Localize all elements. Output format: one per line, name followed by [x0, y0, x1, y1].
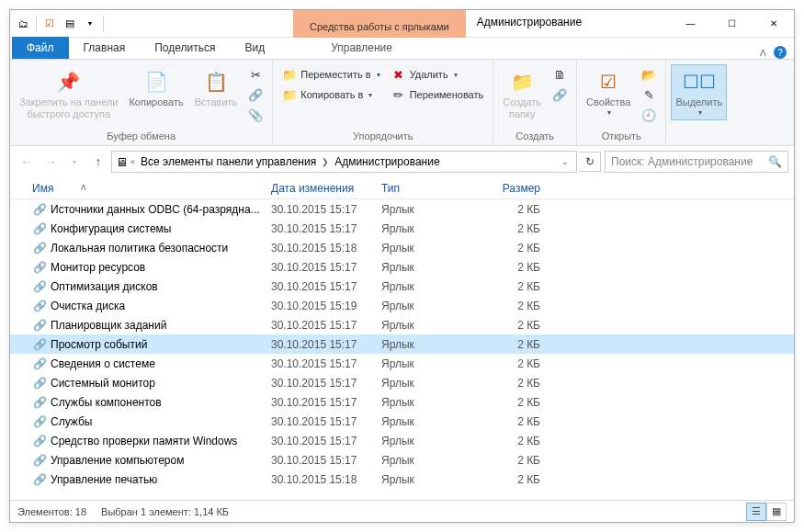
dropdown-icon: ▾: [377, 71, 380, 80]
move-to-button[interactable]: 📁Переместить в▾: [278, 65, 383, 85]
cell-name: 🔗Конфигурация системы: [27, 221, 266, 237]
titlebar: 🗂 ☑ ▤ ▾ Средства работы с ярлыками Админ…: [10, 10, 794, 38]
file-row[interactable]: 🔗Средство проверки памяти Windows30.10.2…: [10, 431, 794, 450]
cell-date: 30.10.2015 15:17: [266, 221, 376, 236]
file-row[interactable]: 🔗Системный монитор30.10.2015 15:17Ярлык2…: [10, 373, 794, 392]
close-button[interactable]: ✕: [753, 10, 794, 37]
shortcut-icon: 🔗: [32, 241, 47, 255]
cell-date: 30.10.2015 15:17: [266, 395, 376, 410]
cell-name: 🔗Оптимизация дисков: [27, 278, 266, 295]
history-button[interactable]: 🕘: [638, 106, 660, 126]
file-row[interactable]: 🔗Просмотр событий30.10.2015 15:17Ярлык2 …: [10, 334, 794, 354]
qat-dropdown-icon[interactable]: ▾: [81, 15, 99, 33]
cell-type: Ярлык: [376, 337, 481, 352]
dropdown-icon: ▾: [368, 91, 372, 100]
refresh-button[interactable]: ↻: [579, 152, 601, 172]
tab-view[interactable]: Вид: [230, 37, 279, 59]
tab-home[interactable]: Главная: [69, 37, 141, 59]
maximize-button[interactable]: ☐: [711, 10, 753, 37]
search-input[interactable]: Поиск: Администрирование 🔍: [605, 151, 788, 173]
tab-manage[interactable]: Управление: [316, 37, 407, 59]
file-row[interactable]: 🔗Конфигурация системы30.10.2015 15:17Ярл…: [10, 219, 794, 238]
new-folder-qat-icon[interactable]: ▤: [61, 15, 79, 33]
cell-name: 🔗Средство проверки памяти Windows: [27, 433, 266, 449]
breadcrumb-segment[interactable]: Администрирование: [331, 153, 443, 170]
ribbon: 📌 Закрепить на панели быстрого доступа 📄…: [10, 60, 794, 146]
file-row[interactable]: 🔗Управление печатью30.10.2015 15:18Ярлык…: [10, 470, 794, 489]
edit-button[interactable]: ✎: [638, 85, 660, 106]
collapse-ribbon-icon[interactable]: ᐱ: [760, 48, 766, 58]
shortcut-icon: 🔗: [32, 376, 47, 391]
cell-name: 🔗Сведения о системе: [27, 356, 266, 372]
breadcrumb-segment[interactable]: Все элементы панели управления: [137, 153, 320, 170]
organize-group-label: Упорядочить: [278, 129, 487, 145]
cell-name: 🔗Службы компонентов: [27, 394, 266, 411]
group-clipboard: 📌 Закрепить на панели быстрого доступа 📄…: [10, 60, 273, 145]
cell-type: Ярлык: [376, 472, 481, 487]
copy-label: Копировать: [129, 96, 183, 108]
open-button[interactable]: 📂: [638, 65, 660, 85]
properties-qat-icon[interactable]: ☑: [40, 15, 59, 33]
file-row[interactable]: 🔗Очистка диска30.10.2015 15:19Ярлык2 КБ: [10, 296, 794, 315]
easy-access-icon: 🔗: [552, 88, 567, 103]
cell-date: 30.10.2015 15:17: [266, 202, 376, 217]
help-icon[interactable]: ?: [774, 46, 787, 59]
properties-button[interactable]: ☑ Свойства▾: [583, 65, 634, 119]
window-title: Администрирование: [466, 10, 670, 37]
file-row[interactable]: 🔗Службы30.10.2015 15:17Ярлык2 КБ: [10, 412, 794, 431]
file-list[interactable]: Имяᐱ Дата изменения Тип Размер 🔗Источник…: [10, 177, 794, 500]
cell-size: 2 КБ: [481, 318, 546, 333]
dropdown-icon: ▾: [607, 108, 611, 118]
col-size[interactable]: Размер: [481, 180, 546, 197]
file-row[interactable]: 🔗Локальная политика безопасности30.10.20…: [10, 238, 794, 257]
file-row[interactable]: 🔗Монитор ресурсов30.10.2015 15:17Ярлык2 …: [10, 257, 794, 277]
cell-name: 🔗Планировщик заданий: [27, 317, 266, 334]
file-row[interactable]: 🔗Службы компонентов30.10.2015 15:17Ярлык…: [10, 392, 794, 412]
shortcut-icon: 🔗: [32, 279, 47, 294]
forward-button[interactable]: →: [40, 151, 62, 173]
cell-size: 2 КБ: [481, 260, 546, 275]
select-button[interactable]: ☐☐ Выделить▾: [672, 65, 726, 119]
col-type[interactable]: Тип: [376, 180, 481, 197]
copy-to-button[interactable]: 📁Копировать в▾: [278, 85, 383, 106]
cell-date: 30.10.2015 15:17: [266, 453, 376, 468]
breadcrumb-chevron-icon[interactable]: ❯: [320, 157, 331, 166]
file-row[interactable]: 🔗Оптимизация дисков30.10.2015 15:17Ярлык…: [10, 277, 794, 296]
group-open: ☑ Свойства▾ 📂 ✎ 🕘 Открыть: [577, 60, 666, 145]
col-date[interactable]: Дата изменения: [266, 180, 376, 197]
copy-path-icon: 🔗: [248, 88, 263, 103]
address-bar[interactable]: 🖥 « Все элементы панели управления ❯ Адм…: [111, 151, 577, 173]
address-dropdown-icon[interactable]: ⌄: [556, 157, 574, 166]
group-select: ☐☐ Выделить▾: [666, 60, 731, 145]
rename-button[interactable]: ✏Переименовать: [388, 85, 488, 106]
paste-shortcut-icon: 📎: [248, 108, 263, 123]
tab-share[interactable]: Поделиться: [140, 37, 230, 59]
shortcut-icon: 🔗: [32, 221, 47, 236]
file-row[interactable]: 🔗Источники данных ODBC (64-разрядна...30…: [10, 199, 794, 219]
copy-button[interactable]: 📄 Копировать: [125, 65, 187, 110]
edit-icon: ✎: [641, 88, 656, 103]
search-placeholder: Поиск: Администрирование: [611, 155, 768, 168]
cell-size: 2 КБ: [481, 357, 546, 371]
col-name[interactable]: Имяᐱ: [27, 180, 266, 197]
up-button[interactable]: ↑: [87, 151, 109, 173]
cell-size: 2 КБ: [481, 414, 546, 429]
file-row[interactable]: 🔗Управление компьютером30.10.2015 15:17Я…: [10, 450, 794, 470]
quick-access-toolbar: 🗂 ☑ ▤ ▾: [10, 10, 109, 37]
group-new: 📁 Создать папку 🗎 🔗 Создать: [493, 60, 577, 145]
group-organize: 📁Переместить в▾ 📁Копировать в▾ ✖Удалить▾…: [273, 60, 493, 145]
move-to-icon: 📁: [282, 68, 297, 83]
file-row[interactable]: 🔗Планировщик заданий30.10.2015 15:17Ярлы…: [10, 315, 794, 334]
back-button[interactable]: ←: [16, 151, 38, 173]
file-row[interactable]: 🔗Сведения о системе30.10.2015 15:17Ярлык…: [10, 354, 794, 373]
context-tab-header: Средства работы с ярлыками: [293, 10, 466, 38]
tab-file[interactable]: Файл: [12, 37, 69, 59]
minimize-button[interactable]: —: [670, 10, 711, 37]
delete-button[interactable]: ✖Удалить▾: [388, 65, 488, 85]
recent-dropdown[interactable]: ▾: [63, 151, 85, 173]
new-item-button: 🗎: [549, 65, 571, 85]
view-icons-button[interactable]: ▦: [766, 503, 787, 521]
view-details-button[interactable]: ☰: [746, 503, 766, 521]
shortcut-icon: 🔗: [32, 414, 47, 429]
shortcut-icon: 🔗: [32, 434, 47, 448]
